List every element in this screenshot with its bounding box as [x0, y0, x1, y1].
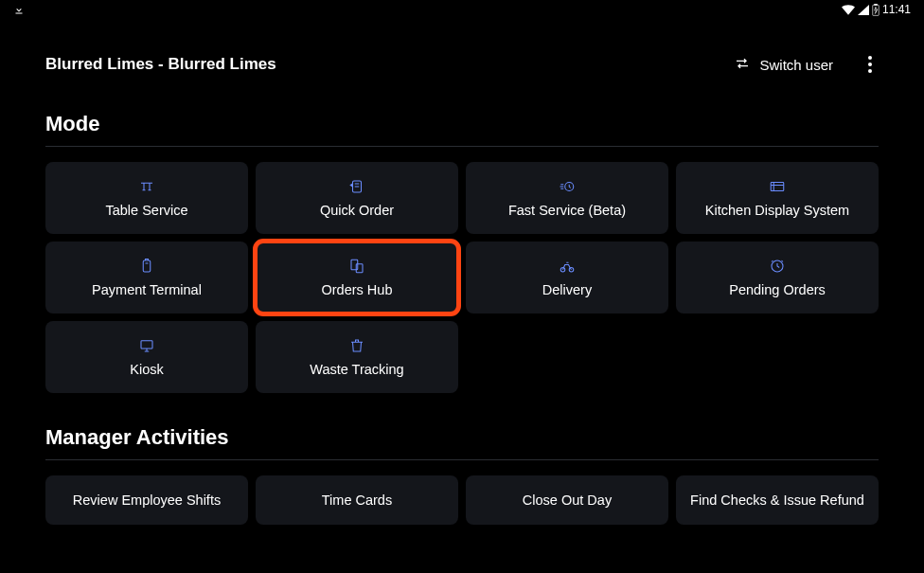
mode-tile-fast-service[interactable]: Fast Service (Beta)	[466, 162, 668, 234]
fast-service-icon	[559, 178, 576, 195]
download-icon	[13, 4, 25, 15]
overflow-menu-button[interactable]	[862, 53, 879, 76]
battery-icon	[872, 4, 880, 16]
mode-tile-delivery[interactable]: Delivery	[466, 242, 668, 313]
tile-label: Find Checks & Issue Refund	[683, 492, 872, 508]
tile-label: Quick Order	[312, 203, 401, 218]
payment-terminal-icon	[138, 258, 155, 275]
section-title-manager: Manager Activities	[45, 425, 879, 450]
tile-label: Fast Service (Beta)	[501, 203, 633, 218]
mode-tile-kiosk[interactable]: Kiosk	[45, 321, 248, 393]
tile-label: Delivery	[535, 282, 599, 297]
svg-point-4	[868, 63, 872, 66]
switch-user-button[interactable]: Switch user	[735, 56, 833, 74]
orders-hub-icon	[348, 258, 365, 275]
svg-rect-0	[16, 13, 23, 14]
svg-point-5	[868, 69, 872, 73]
kitchen-display-icon	[769, 178, 786, 195]
page-title: Blurred Limes - Blurred Limes	[45, 55, 276, 74]
tile-label: Close Out Day	[515, 492, 619, 508]
tile-label: Kiosk	[122, 362, 170, 377]
manager-tile-review-shifts[interactable]: Review Employee Shifts	[45, 475, 248, 525]
mode-grid: Table Service Quick Order Fast Service (…	[45, 162, 879, 393]
mode-tile-pending-orders[interactable]: Pending Orders	[676, 242, 879, 313]
pending-orders-icon	[769, 258, 786, 275]
table-service-icon	[138, 178, 155, 195]
app-topbar: Blurred Limes - Blurred Limes Switch use…	[13, 23, 911, 106]
mode-tile-kds[interactable]: Kitchen Display System	[676, 162, 879, 234]
tile-label: Time Cards	[314, 492, 400, 508]
mode-tile-quick-order[interactable]: Quick Order	[256, 162, 458, 234]
swap-icon	[735, 56, 750, 74]
delivery-icon	[559, 258, 576, 275]
section-title-mode: Mode	[45, 112, 879, 136]
signal-icon	[858, 5, 869, 15]
tile-label: Orders Hub	[314, 282, 400, 297]
more-vertical-icon	[868, 56, 872, 73]
tile-label: Payment Terminal	[84, 282, 209, 297]
manager-tile-find-checks[interactable]: Find Checks & Issue Refund	[676, 475, 879, 525]
manager-grid: Review Employee Shifts Time Cards Close …	[45, 475, 879, 525]
svg-rect-15	[141, 341, 152, 349]
tile-label: Waste Tracking	[302, 362, 411, 377]
mode-tile-orders-hub[interactable]: Orders Hub	[256, 242, 458, 313]
kiosk-icon	[138, 337, 155, 354]
svg-rect-8	[771, 183, 784, 191]
mode-tile-table-service[interactable]: Table Service	[45, 162, 248, 234]
svg-rect-9	[143, 260, 151, 272]
manager-tile-close-out[interactable]: Close Out Day	[466, 475, 668, 525]
svg-point-3	[868, 56, 872, 60]
mode-tile-waste-tracking[interactable]: Waste Tracking	[256, 321, 458, 393]
statusbar-time: 11:41	[882, 3, 911, 16]
android-statusbar: 11:41	[0, 0, 924, 19]
wifi-icon	[842, 5, 855, 15]
manager-tile-time-cards[interactable]: Time Cards	[256, 475, 458, 525]
tile-label: Table Service	[98, 203, 195, 218]
tile-label: Kitchen Display System	[698, 203, 857, 218]
svg-rect-2	[875, 4, 878, 5]
waste-tracking-icon	[348, 337, 365, 354]
tile-label: Review Employee Shifts	[65, 492, 228, 508]
quick-order-icon	[348, 178, 365, 195]
divider	[45, 459, 879, 460]
switch-user-label: Switch user	[759, 57, 833, 73]
mode-tile-payment-terminal[interactable]: Payment Terminal	[45, 242, 248, 313]
divider	[45, 146, 879, 147]
tile-label: Pending Orders	[721, 282, 833, 297]
